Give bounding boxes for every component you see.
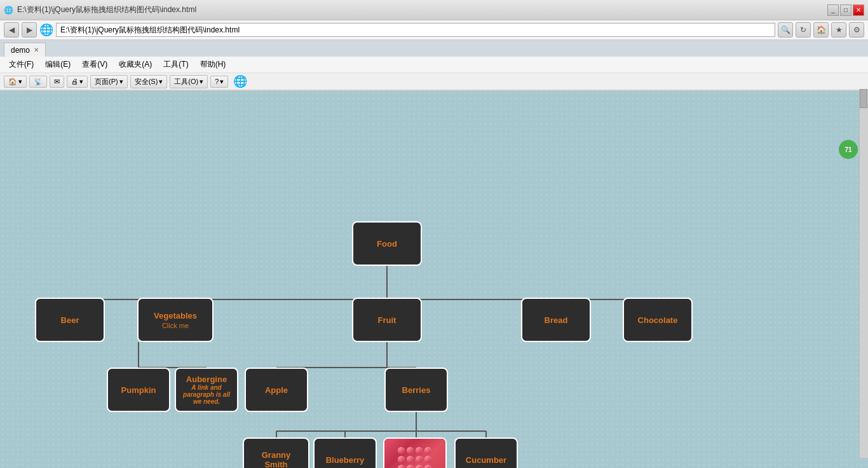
security-button[interactable]: 安全(S) ▾ <box>130 75 168 88</box>
menu-favorites[interactable]: 收藏夹(A) <box>114 58 157 71</box>
rss-icon: 📡 <box>34 78 43 86</box>
minimize-button[interactable]: _ <box>827 4 839 16</box>
print-dropdown-icon: ▾ <box>79 78 83 86</box>
node-chocolate-label: Chocolate <box>638 315 678 325</box>
berry-8 <box>424 456 431 463</box>
node-grannysmith[interactable]: Granny Smith <box>243 437 309 468</box>
node-cucumber-label: Cucumber <box>466 455 506 465</box>
refresh-button[interactable]: ↻ <box>796 22 811 38</box>
help-button[interactable]: ? ▾ <box>210 76 228 88</box>
raspberry-image <box>384 439 445 468</box>
address-bar-row: ◀ ▶ 🌐 🔍 ↻ 🏠 ★ ⚙ <box>0 20 868 40</box>
ie-logo: 🌐 <box>39 23 53 37</box>
browser-icon: 🌐 <box>4 6 13 15</box>
home-toolbar-button[interactable]: 🏠 ▾ <box>4 76 27 88</box>
mail-button[interactable]: ✉ <box>50 76 64 88</box>
node-berries-label: Berries <box>402 385 431 395</box>
tools-label: 工具(O) <box>174 77 198 86</box>
node-raspberry[interactable] <box>383 437 447 468</box>
berry-12 <box>424 465 431 468</box>
node-food-label: Food <box>377 239 397 249</box>
tab-demo[interactable]: demo ✕ <box>4 43 46 57</box>
berry-9 <box>398 465 405 468</box>
node-food[interactable]: Food <box>352 221 422 266</box>
forward-button[interactable]: ▶ <box>22 22 37 38</box>
home-button[interactable]: 🏠 <box>813 22 829 38</box>
tab-close-button[interactable]: ✕ <box>34 46 39 53</box>
node-fruit[interactable]: Fruit <box>352 298 422 342</box>
search-button[interactable]: 🔍 <box>778 22 793 38</box>
node-berries[interactable]: Berries <box>384 368 448 412</box>
security-label: 安全(S) <box>135 77 158 86</box>
node-beer-label: Beer <box>61 315 79 325</box>
title-bar-left: 🌐 E:\资料(1)\jQuery鼠标拖拽组织结构图代码\index.html <box>4 4 196 15</box>
help-icon: ? <box>215 78 219 85</box>
berry-4 <box>424 447 431 454</box>
favorites-button[interactable]: ★ <box>831 22 846 38</box>
node-pumpkin[interactable]: Pumpkin <box>107 368 170 412</box>
home-icon: 🏠 <box>8 78 17 86</box>
node-apple-label: Apple <box>265 385 288 395</box>
berry-3 <box>416 447 423 454</box>
page-label: 页面(P) <box>95 77 118 86</box>
node-bread-label: Bread <box>545 315 568 325</box>
berry-10 <box>407 465 414 468</box>
window-controls: _ □ ✕ <box>827 4 864 16</box>
title-bar: 🌐 E:\资料(1)\jQuery鼠标拖拽组织结构图代码\index.html … <box>0 0 868 20</box>
mail-icon: ✉ <box>54 78 60 86</box>
node-blueberry[interactable]: Blueberry <box>313 437 377 468</box>
node-fruit-label: Fruit <box>378 315 397 325</box>
node-aubergine-label: Aubergine <box>186 375 227 384</box>
node-aubergine-sublabel: A link and paragraph is all we need. <box>181 384 232 405</box>
page-button[interactable]: 页面(P) ▾ <box>90 75 128 88</box>
scrollbar[interactable] <box>859 89 868 458</box>
scroll-thumb[interactable] <box>860 89 867 108</box>
tree-container: Food Beer Vegetables Click me Fruit Brea… <box>13 104 855 460</box>
close-button[interactable]: ✕ <box>853 4 864 16</box>
berry-6 <box>407 456 414 463</box>
berry-5 <box>398 456 405 463</box>
menu-view[interactable]: 查看(V) <box>77 58 112 71</box>
tools-button[interactable]: 工具(O) ▾ <box>170 75 208 88</box>
menu-help[interactable]: 帮助(H) <box>195 58 231 71</box>
content-area: Food Beer Vegetables Click me Fruit Brea… <box>0 91 868 468</box>
node-apple[interactable]: Apple <box>245 368 308 412</box>
ie-badge: 71 <box>839 140 858 159</box>
berry-7 <box>416 456 423 463</box>
node-cucumber[interactable]: Cucumber <box>454 437 518 468</box>
address-input[interactable] <box>56 23 775 37</box>
berry-2 <box>407 447 414 454</box>
tab-label: demo <box>11 46 30 55</box>
tools-dropdown-icon: ▾ <box>200 78 203 86</box>
browser-chrome: 🌐 E:\资料(1)\jQuery鼠标拖拽组织结构图代码\index.html … <box>0 0 868 91</box>
node-vegetables-sublabel: Click me <box>162 322 189 329</box>
security-dropdown-icon: ▾ <box>159 78 163 86</box>
node-vegetables-label: Vegetables <box>154 311 197 320</box>
node-blueberry-label: Blueberry <box>326 455 365 465</box>
home-dropdown-icon: ▾ <box>18 78 22 86</box>
print-button[interactable]: 🖨 ▾ <box>67 76 88 88</box>
settings-button[interactable]: ⚙ <box>849 22 864 38</box>
node-beer[interactable]: Beer <box>35 298 105 342</box>
rss-button[interactable]: 📡 <box>29 76 47 88</box>
berry-1 <box>398 447 405 454</box>
node-pumpkin-label: Pumpkin <box>121 385 156 395</box>
menu-edit[interactable]: 编辑(E) <box>40 58 76 71</box>
menu-file[interactable]: 文件(F) <box>4 58 39 71</box>
berry-11 <box>416 465 423 468</box>
node-aubergine[interactable]: Aubergine A link and paragraph is all we… <box>175 368 238 412</box>
node-chocolate[interactable]: Chocolate <box>623 298 693 342</box>
tab-bar: demo ✕ <box>0 40 868 57</box>
maximize-button[interactable]: □ <box>840 4 851 16</box>
ie-icon: 🌐 <box>233 75 247 88</box>
menu-tools[interactable]: 工具(T) <box>158 58 193 71</box>
node-vegetables[interactable]: Vegetables Click me <box>137 298 214 342</box>
help-dropdown-icon: ▾ <box>220 78 224 86</box>
node-bread[interactable]: Bread <box>521 298 591 342</box>
back-button[interactable]: ◀ <box>4 22 19 38</box>
menu-bar: 文件(F) 编辑(E) 查看(V) 收藏夹(A) 工具(T) 帮助(H) <box>0 57 868 73</box>
print-icon: 🖨 <box>71 78 78 85</box>
ie-button[interactable]: 🌐 <box>233 74 247 88</box>
toolbar: 🏠 ▾ 📡 ✉ 🖨 ▾ 页面(P) ▾ 安全(S) ▾ 工具(O) ▾ ? ▾ <box>0 73 868 90</box>
window-title: E:\资料(1)\jQuery鼠标拖拽组织结构图代码\index.html <box>17 4 196 15</box>
